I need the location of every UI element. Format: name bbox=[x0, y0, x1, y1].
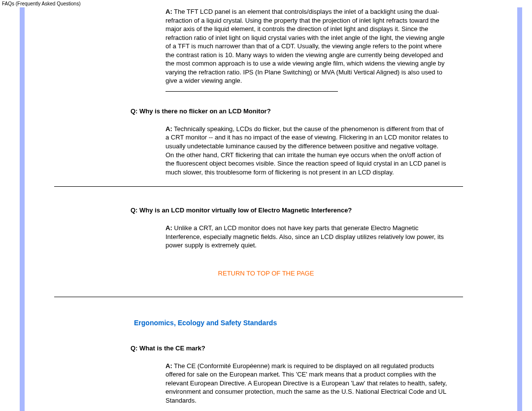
left-accent-bar bbox=[20, 7, 25, 411]
page-header-title: FAQs (Frequently Asked Questions) bbox=[0, 0, 532, 7]
question-text: Why is there no flicker on an LCD Monito… bbox=[137, 107, 270, 115]
answer-text: Unlike a CRT, an LCD monitor does not ha… bbox=[166, 224, 444, 249]
answer-label: A: bbox=[166, 224, 172, 232]
faq-answer-1: A: Technically speaking, LCDs do flicker… bbox=[166, 125, 448, 176]
answer-label: A: bbox=[166, 125, 172, 133]
faq-answer-0: A: The TFT LCD panel is an element that … bbox=[166, 7, 448, 85]
main-content: A: The TFT LCD panel is an element that … bbox=[25, 7, 517, 411]
answer-label: A: bbox=[166, 8, 172, 15]
divider bbox=[166, 91, 338, 92]
answer-text: Technically speaking, LCDs do flicker, b… bbox=[166, 125, 448, 176]
divider-long bbox=[54, 297, 463, 297]
faq-question-section: Q: What is the CE mark? bbox=[131, 344, 507, 352]
divider-long bbox=[54, 186, 463, 187]
question-text: Why is an LCD monitor virtually low of E… bbox=[137, 206, 352, 214]
return-to-top-link[interactable]: RETURN TO TOP OF THE PAGE bbox=[25, 270, 507, 277]
answer-label: A: bbox=[166, 362, 172, 370]
question-text: What is the CE mark? bbox=[137, 344, 205, 352]
answer-text: The TFT LCD panel is an element that con… bbox=[166, 8, 445, 84]
faq-answer-section: A: The CE (Conformité Européenne) mark i… bbox=[166, 362, 448, 405]
faq-question-2: Q: Why is an LCD monitor virtually low o… bbox=[131, 206, 507, 214]
faq-question-1: Q: Why is there no flicker on an LCD Mon… bbox=[131, 107, 507, 115]
faq-answer-2: A: Unlike a CRT, an LCD monitor does not… bbox=[166, 224, 448, 250]
question-label: Q: bbox=[131, 344, 137, 352]
question-label: Q: bbox=[131, 206, 137, 214]
right-accent-bar bbox=[517, 7, 522, 411]
answer-text: The CE (Conformité Européenne) mark is r… bbox=[166, 362, 447, 404]
question-label: Q: bbox=[131, 107, 137, 115]
section-heading: Ergonomics, Ecology and Safety Standards bbox=[134, 319, 507, 327]
